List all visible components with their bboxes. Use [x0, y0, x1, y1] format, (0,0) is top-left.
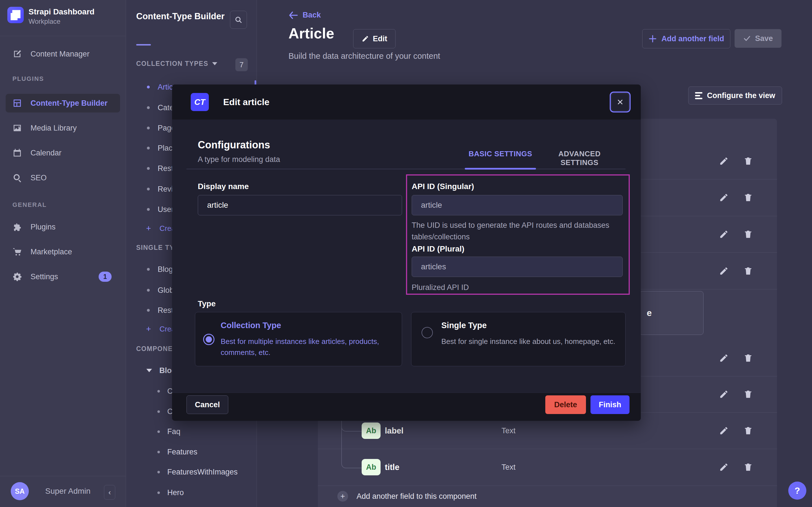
strapi-dashboard: Back Article Edit Build the data archite… [0, 0, 812, 507]
edit-field-icon[interactable] [719, 462, 729, 472]
brand-workspace: Workplace [28, 17, 60, 25]
delete-button[interactable]: Delete [545, 395, 586, 414]
back-arrow-icon [289, 11, 298, 19]
finish-button[interactable]: Finish [590, 395, 629, 414]
gear-icon [12, 272, 22, 281]
type-label: Type [198, 299, 215, 308]
strapi-logo-icon[interactable] [7, 7, 24, 23]
sidebar-item-marketplace[interactable]: Marketplace [6, 242, 120, 261]
add-field-to-component-row[interactable]: + Add another field to this component [318, 486, 777, 507]
table-row[interactable]: Ab title Text [318, 449, 777, 486]
modal-header: CT Edit article [172, 84, 641, 120]
add-another-field-button[interactable]: Add another field [642, 29, 730, 48]
plus-icon: + [146, 224, 151, 233]
page-title: Article [289, 25, 334, 42]
sidebar-item-settings[interactable]: Settings 1 [6, 267, 120, 286]
bullet-icon [147, 167, 150, 170]
api-id-plural-input[interactable]: articles [412, 257, 623, 277]
delete-field-icon[interactable] [743, 193, 753, 202]
bullet-icon [147, 208, 150, 211]
edit-article-modal: CT Edit article Configurations A type fo… [172, 84, 641, 421]
api-id-singular-input[interactable]: article [412, 195, 623, 215]
sidebar-item-content-manager[interactable]: Content Manager [6, 45, 120, 63]
item-label: Content Manager [30, 50, 89, 58]
item-label: Marketplace [30, 247, 72, 256]
edit-button[interactable]: Edit [353, 29, 395, 48]
page-subtitle: Build the data architecture of your cont… [289, 51, 440, 61]
api-id-singular-help: The UID is used to generate the API rout… [412, 220, 621, 243]
configure-view-button[interactable]: Configure the view [688, 87, 782, 105]
close-button[interactable] [610, 92, 631, 112]
edit-field-icon[interactable] [719, 353, 729, 363]
edit-field-icon[interactable] [719, 156, 729, 166]
save-label: Save [755, 34, 773, 43]
sidebar-item-seo[interactable]: SEO [6, 168, 120, 187]
delete-field-icon[interactable] [743, 229, 753, 239]
delete-field-icon[interactable] [743, 426, 753, 436]
bullet-icon [158, 390, 160, 393]
add-row-label: Add another field to this component [357, 492, 477, 501]
item-label: Hero [167, 488, 184, 497]
delete-field-icon[interactable] [743, 353, 753, 363]
component-item-features[interactable]: Features [126, 442, 257, 462]
row-actions [719, 266, 753, 276]
delete-field-icon[interactable] [743, 389, 753, 399]
divider [0, 476, 126, 476]
delete-field-icon[interactable] [743, 156, 753, 166]
display-name-label: Display name [198, 182, 249, 191]
back-link[interactable]: Back [289, 11, 321, 19]
text-field-type-badge: Ab [362, 459, 381, 475]
field-type: Text [501, 427, 516, 435]
component-item-faq[interactable]: Faq [126, 421, 257, 442]
divider [0, 36, 126, 36]
collection-types-header[interactable]: COLLECTION TYPES [136, 60, 217, 67]
display-name-input[interactable]: article [198, 195, 402, 215]
search-button[interactable] [230, 11, 247, 29]
user-avatar[interactable]: SA [11, 482, 29, 500]
cancel-button[interactable]: Cancel [186, 395, 228, 414]
item-label: Plac [158, 144, 173, 153]
tab-advanced-settings[interactable]: ADVANCED SETTINGS [544, 150, 615, 167]
sidebar-item-content-type-builder[interactable]: Content-Type Builder [6, 94, 120, 112]
sidebar-item-media-library[interactable]: Media Library [6, 119, 120, 137]
edit-field-icon[interactable] [719, 389, 729, 399]
check-icon [743, 35, 751, 42]
radio-unselected-icon[interactable] [422, 327, 433, 338]
edit-field-icon[interactable] [719, 426, 729, 436]
collection-type-card[interactable]: Collection Type Best for multiple instan… [195, 312, 402, 366]
text-field-type-badge: Ab [362, 422, 381, 439]
save-button[interactable]: Save [735, 29, 782, 48]
api-id-singular-label: API ID (Singular) [412, 182, 474, 191]
collection-type-title: Collection Type [221, 321, 281, 330]
bullet-icon [147, 106, 150, 109]
item-label: Artic [158, 83, 173, 92]
delete-field-icon[interactable] [743, 462, 753, 472]
pen-square-icon [12, 49, 22, 59]
edit-field-icon[interactable] [719, 229, 729, 239]
sidebar-item-calendar[interactable]: Calendar [6, 144, 120, 162]
radio-selected-icon[interactable] [203, 334, 214, 345]
modal-footer: Cancel Delete Finish [172, 393, 641, 421]
image-icon [12, 123, 22, 133]
collapse-sidebar-button[interactable]: ‹ [104, 485, 115, 500]
collection-type-desc: Best for multiple instances like article… [221, 336, 384, 358]
caret-down-icon [146, 369, 152, 372]
edit-field-icon[interactable] [719, 193, 729, 202]
api-id-plural-value: articles [421, 262, 446, 271]
section-label: SINGLE TY [136, 244, 174, 251]
component-item-hero[interactable]: Hero [126, 483, 257, 503]
field-name: title [385, 463, 399, 472]
single-type-card[interactable]: Single Type Best for single instance lik… [411, 312, 626, 366]
bullet-icon [158, 492, 160, 494]
tab-basic-settings[interactable]: BASIC SETTINGS [465, 150, 536, 158]
user-name: Super Admin [45, 487, 90, 496]
content-type-badge: CT [191, 93, 209, 111]
sidebar-item-plugins[interactable]: Plugins [6, 218, 120, 236]
bullet-icon [147, 86, 150, 89]
layout-grid-icon [12, 98, 22, 108]
delete-field-icon[interactable] [743, 266, 753, 276]
component-item-featureswithimages[interactable]: FeaturesWithImages [126, 462, 257, 482]
edit-field-icon[interactable] [719, 266, 729, 276]
brand-name: Strapi Dashboard [28, 7, 95, 16]
help-button[interactable]: ? [788, 482, 806, 500]
